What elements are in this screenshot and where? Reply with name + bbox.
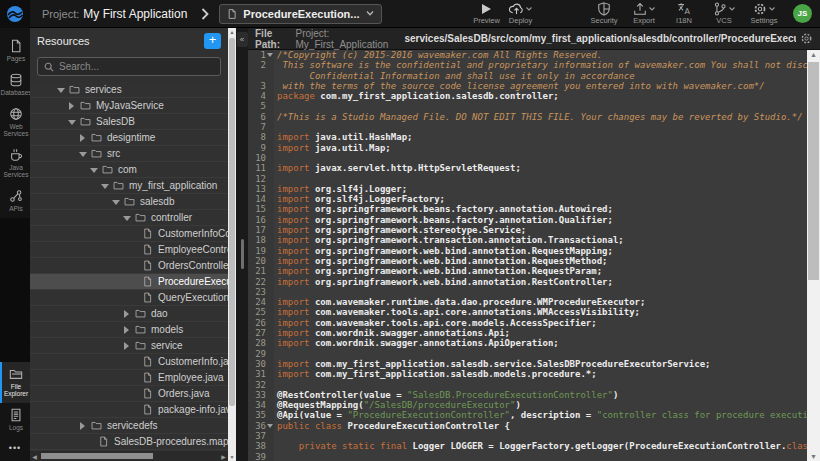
chevron-right-icon[interactable]: [79, 134, 87, 142]
editor-settings-gear-icon[interactable]: [800, 32, 813, 45]
fold-gutter: [266, 380, 274, 390]
chevron-right-icon[interactable]: [68, 102, 76, 110]
tree-file-employee-java[interactable]: Employee.java: [30, 370, 228, 386]
code-line-39: 39: [248, 452, 807, 461]
collapse-panel-button[interactable]: «: [237, 32, 248, 47]
chevron-down-icon[interactable]: [101, 182, 109, 190]
action-label: Security: [590, 16, 617, 25]
shield-icon: [597, 2, 611, 16]
chevron-down-icon[interactable]: [57, 86, 65, 94]
tree-node-label: src: [107, 148, 120, 159]
tree-folder-designtime[interactable]: designtime: [30, 130, 228, 146]
i18n-button[interactable]: AI18N: [667, 2, 701, 25]
sidebar-item-apis[interactable]: APIs: [0, 184, 30, 218]
tree-file-orders-java[interactable]: Orders.java: [30, 386, 228, 402]
fold-gutter: [266, 400, 274, 410]
line-number: 18: [248, 235, 266, 245]
tree-folder-my-first-application[interactable]: my_first_application: [30, 178, 228, 194]
chevron-right-icon[interactable]: [123, 342, 131, 350]
fold-gutter: [266, 91, 274, 101]
code-editor[interactable]: 1/*Copyright (c) 2015-2016 wavemaker.com…: [248, 50, 807, 461]
add-resource-button[interactable]: +: [204, 33, 221, 49]
tree-folder-salesdb[interactable]: salesdb: [30, 194, 228, 210]
deploy-label: Deploy: [509, 16, 532, 25]
settings-button[interactable]: Settings: [747, 2, 781, 25]
file-selector-dropdown[interactable]: ProcedureExecution...: [219, 4, 381, 24]
preview-button[interactable]: Preview: [470, 2, 504, 25]
export-button[interactable]: Export: [627, 2, 661, 25]
resources-title: Resources: [37, 35, 90, 47]
project-name[interactable]: My First Application: [83, 7, 187, 21]
tree-file-salesdb-procedures-mappings-json[interactable]: SalesDB-procedures.mappings.json: [30, 434, 228, 450]
rail-overflow-button[interactable]: •••: [0, 437, 30, 461]
search-box[interactable]: [37, 57, 221, 76]
tree-folder-models[interactable]: models: [30, 322, 228, 338]
sidebar-item-java-services[interactable]: JavaServices: [0, 143, 30, 184]
line-number: 17: [248, 225, 266, 235]
folder-icon: [69, 84, 80, 95]
tree-folder-src[interactable]: src: [30, 146, 228, 162]
sidebar-item-web-services[interactable]: WebServices: [0, 102, 30, 143]
tree-folder-controller[interactable]: controller: [30, 210, 228, 226]
tree-file-procedureexecutioncontroller-java[interactable]: ProcedureExecutionController.java: [30, 274, 228, 290]
fold-gutter: [266, 410, 274, 420]
file-path-project: Project: My_First_Application: [296, 28, 401, 50]
fold-marker-icon[interactable]: [266, 50, 274, 60]
vcs-button[interactable]: VCS: [707, 2, 741, 25]
tree-horizontal-scrollbar[interactable]: ◀ ▶: [30, 451, 228, 461]
chevron-right-icon[interactable]: [123, 326, 131, 334]
scroll-down-icon[interactable]: ▼: [228, 454, 236, 460]
scroll-up-icon[interactable]: ▲: [807, 51, 820, 58]
code-line-2: 2 This software is the confidential and …: [248, 60, 807, 70]
tree-folder-service[interactable]: service: [30, 338, 228, 354]
wavemaker-logo[interactable]: [0, 0, 30, 28]
chevron-down-icon[interactable]: [123, 214, 131, 222]
tree-file-employeecontroller-java[interactable]: EmployeeController.java: [30, 242, 228, 258]
chevron-down-icon[interactable]: [68, 118, 76, 126]
code-line-28: 28import com.wordnik.swagger.annotations…: [248, 338, 807, 348]
security-button[interactable]: Security: [587, 2, 621, 25]
tree-vertical-scrollbar[interactable]: ▲ ▼: [228, 28, 236, 461]
scroll-up-icon[interactable]: ▲: [228, 29, 236, 35]
line-number: 25: [248, 307, 266, 317]
resize-grip[interactable]: [241, 239, 244, 269]
tree-file-queryexecutioncontroller-java[interactable]: QueryExecutionController.java: [30, 290, 228, 306]
tree-folder-myjavaservice[interactable]: MyJavaService: [30, 98, 228, 114]
tree-file-customerinfo-java[interactable]: CustomerInfo.java: [30, 354, 228, 370]
scroll-down-icon[interactable]: ▼: [807, 453, 820, 460]
search-input[interactable]: [59, 61, 214, 72]
folder-icon: [135, 340, 146, 351]
scroll-left-icon[interactable]: ◀: [30, 453, 39, 460]
fold-marker-icon[interactable]: [266, 421, 274, 431]
chevron-right-icon[interactable]: [79, 422, 87, 430]
branch-icon: [713, 2, 727, 16]
fold-gutter: [266, 452, 274, 461]
sidebar-item-logs[interactable]: Logs: [0, 403, 30, 437]
tree-file-orderscontroller-java[interactable]: OrdersController.java: [30, 258, 228, 274]
line-number: 28: [248, 338, 266, 348]
panel-divider: «: [236, 28, 248, 461]
tree-folder-services[interactable]: services: [30, 82, 228, 98]
scroll-right-icon[interactable]: ▶: [219, 453, 228, 460]
folder-icon: [80, 100, 91, 111]
editor-vertical-scrollbar[interactable]: ▲ ▼: [807, 50, 820, 461]
sidebar-item-databases[interactable]: Databases: [0, 68, 30, 102]
tree-folder-servicedefs[interactable]: servicedefs: [30, 418, 228, 434]
chevron-right-icon[interactable]: [123, 310, 131, 318]
fold-gutter: [266, 153, 274, 163]
chevron-down-icon[interactable]: [79, 150, 87, 158]
sidebar-item-pages[interactable]: Pages: [0, 34, 30, 68]
code-line-21: 21import org.springframework.web.bind.an…: [248, 266, 807, 276]
tree-folder-salesdb[interactable]: SalesDB: [30, 114, 228, 130]
tree-file-customerinfocontroller-java[interactable]: CustomerInfoController.java: [30, 226, 228, 242]
folder-icon: [91, 420, 102, 431]
code-line-5: 5: [248, 101, 807, 111]
tree-folder-dao[interactable]: dao: [30, 306, 228, 322]
deploy-button[interactable]: Deploy: [504, 2, 538, 25]
avatar[interactable]: JS: [793, 4, 812, 23]
chevron-down-icon[interactable]: [112, 198, 120, 206]
sidebar-item-file-explorer[interactable]: FileExplorer: [0, 362, 30, 403]
tree-file-package-info-java[interactable]: package-info.java: [30, 402, 228, 418]
chevron-down-icon[interactable]: [90, 166, 98, 174]
tree-folder-com[interactable]: com: [30, 162, 228, 178]
